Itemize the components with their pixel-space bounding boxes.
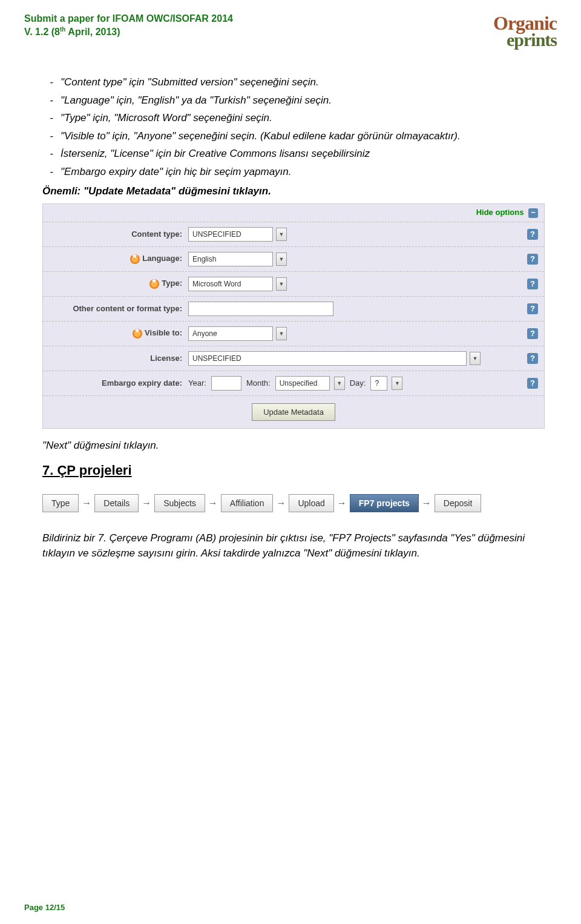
dropdown-arrow-icon[interactable]: ▼ [470, 352, 481, 365]
row-content-type: Content type: UNSPECIFIED▼ ? [43, 222, 544, 246]
crumb-type[interactable]: Type [42, 494, 79, 512]
update-row: Update Metadata [43, 395, 544, 428]
bullet-item: -"Embargo expiry date" için hiç bir seçi… [42, 164, 545, 180]
month-label: Month: [246, 378, 271, 388]
day-label: Day: [350, 378, 366, 388]
crumb-subjects[interactable]: Subjects [154, 494, 205, 512]
section-title: 7. ÇP projeleri [42, 463, 545, 478]
arrow-icon: → [334, 498, 350, 509]
crumb-details[interactable]: Details [94, 494, 139, 512]
required-star-icon [149, 279, 159, 289]
dropdown-arrow-icon[interactable]: ▼ [334, 377, 345, 390]
dropdown-arrow-icon[interactable]: ▼ [276, 277, 287, 291]
row-type: Type: Microsoft Word▼ ? [43, 271, 544, 296]
body-paragraph: Bildiriniz bir 7. Çerçeve Programı (AB) … [42, 530, 545, 561]
help-icon[interactable]: ? [527, 229, 538, 240]
license-select[interactable]: UNSPECIFIED [188, 351, 467, 366]
required-star-icon [130, 254, 140, 264]
visible-to-select[interactable]: Anyone [188, 326, 273, 341]
bullet-item: -"Visible to" için, "Anyone" seçeneğini … [42, 128, 545, 144]
page-footer: Page 12/15 [24, 903, 65, 912]
dropdown-arrow-icon[interactable]: ▼ [276, 327, 287, 340]
crumb-upload[interactable]: Upload [289, 494, 333, 512]
help-icon[interactable]: ? [527, 378, 538, 389]
metadata-form: Hide options − Content type: UNSPECIFIED… [42, 203, 545, 429]
crumb-affiliation[interactable]: Affiliation [221, 494, 274, 512]
label-visible-to: Visible to: [49, 328, 188, 338]
label-other: Other content or format type: [49, 304, 188, 313]
workflow-breadcrumb: Type → Details → Subjects → Affiliation … [42, 494, 545, 512]
header-line1: Submit a paper for IFOAM OWC/ISOFAR 2014 [24, 12, 233, 25]
embargo-month-select[interactable]: Unspecified [275, 376, 330, 391]
language-select[interactable]: English [188, 252, 273, 266]
label-language: Language: [49, 254, 188, 264]
embargo-day-select[interactable]: ? [370, 376, 387, 391]
arrow-icon: → [273, 498, 289, 509]
arrow-icon: → [205, 498, 221, 509]
row-embargo: Embargo expiry date: Year: Month: Unspec… [43, 371, 544, 395]
row-visible-to: Visible to: Anyone▼ ? [43, 321, 544, 346]
hide-options-link[interactable]: Hide options − [43, 204, 544, 222]
arrow-icon: → [139, 498, 154, 509]
header-line2: V. 1.2 (8th April, 2013) [24, 25, 233, 39]
label-license: License: [49, 354, 188, 363]
collapse-icon: − [528, 208, 538, 218]
label-embargo: Embargo expiry date: [49, 378, 188, 388]
help-icon[interactable]: ? [527, 303, 538, 314]
year-label: Year: [188, 378, 206, 388]
row-language: Language: English▼ ? [43, 246, 544, 271]
next-instruction: "Next" düğmesini tıklayın. [42, 440, 545, 452]
crumb-deposit[interactable]: Deposit [435, 494, 481, 512]
content-type-select[interactable]: UNSPECIFIED [188, 227, 273, 242]
help-icon[interactable]: ? [527, 353, 538, 364]
help-icon[interactable]: ? [527, 254, 538, 265]
page-header: Submit a paper for IFOAM OWC/ISOFAR 2014… [24, 12, 557, 50]
row-other-content: Other content or format type: ? [43, 296, 544, 321]
help-icon[interactable]: ? [527, 328, 538, 339]
dropdown-arrow-icon[interactable]: ▼ [276, 252, 287, 266]
dropdown-arrow-icon[interactable]: ▼ [276, 228, 287, 241]
update-metadata-button[interactable]: Update Metadata [252, 403, 335, 421]
crumb-fp7-projects[interactable]: FP7 projects [350, 494, 419, 512]
arrow-icon: → [419, 498, 435, 509]
help-icon[interactable]: ? [527, 279, 538, 289]
logo: Organic eprints [493, 12, 557, 50]
bullet-list: -"Content type" için "Submitted version"… [42, 74, 545, 179]
dropdown-arrow-icon[interactable]: ▼ [392, 377, 402, 390]
bullet-item: -"Content type" için "Submitted version"… [42, 74, 545, 90]
label-content-type: Content type: [49, 229, 188, 239]
arrow-icon: → [79, 498, 94, 509]
bullet-item: -"Type" için, "Microsoft Word" seçeneğin… [42, 110, 545, 126]
other-content-input[interactable] [188, 302, 333, 316]
bullet-item: -İsterseniz, "License" için bir Creative… [42, 146, 545, 162]
header-title: Submit a paper for IFOAM OWC/ISOFAR 2014… [24, 12, 233, 50]
type-select[interactable]: Microsoft Word [188, 277, 273, 291]
required-star-icon [133, 329, 142, 338]
bullet-item: -"Language" için, "English" ya da "Turki… [42, 93, 545, 108]
row-license: License: UNSPECIFIED▼ ? [43, 346, 544, 371]
embargo-year-input[interactable] [211, 376, 241, 391]
important-note: Önemli: "Update Metadata" düğmesini tıkl… [42, 185, 545, 197]
label-type: Type: [49, 279, 188, 289]
